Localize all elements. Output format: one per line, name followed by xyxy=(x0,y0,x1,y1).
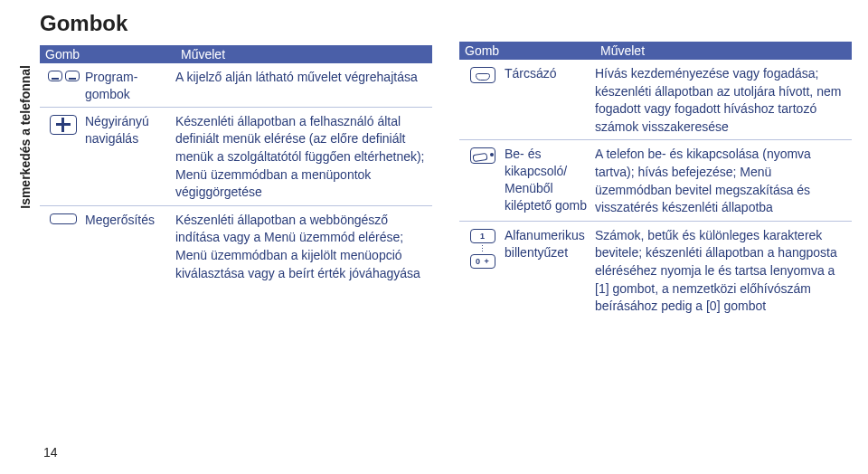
table-row: 1 ⋮ 0 + Alfanumerikus billentyűzet Számo… xyxy=(459,222,852,319)
table-row: Megerősítés Készenléti állapotban a webb… xyxy=(40,206,432,286)
ellipsis-icon: ⋮ xyxy=(478,246,488,251)
page-number: 14 xyxy=(43,445,58,460)
row-operation: Készenléti állapotban a webböngésző indí… xyxy=(175,212,430,282)
table-row: Tárcsázó Hívás kezdeményezése vagy fogad… xyxy=(459,60,852,140)
table-header-right: Gomb Művelet xyxy=(459,42,852,60)
row-operation: A kijelző alján látható művelet végrehaj… xyxy=(175,69,430,103)
num-key-1-icon: 1 xyxy=(470,229,495,243)
row-label: Négyirányú navigálás xyxy=(85,113,175,202)
row-operation: Készenléti állapotban a felhasználó álta… xyxy=(175,113,430,202)
row-label: Program-gombok xyxy=(85,69,175,103)
header-muvelet: Művelet xyxy=(600,43,846,58)
row-label: Be- és kikapcsoló/ Menüből kiléptető gom… xyxy=(505,146,595,216)
right-column: Gomb Művelet Tárcsázó Hívás kezdeményezé… xyxy=(459,11,852,319)
row-operation: A telefon be- és kikapcsolása (nyomva ta… xyxy=(595,146,850,216)
nav-key-icon xyxy=(50,115,77,135)
num-key-0-icon: 0 + xyxy=(470,254,495,269)
softkeys-icon xyxy=(48,71,80,81)
ok-key-icon xyxy=(50,213,77,224)
row-operation: Számok, betűk és különleges karakterek b… xyxy=(595,227,850,316)
header-gomb: Gomb xyxy=(465,43,600,58)
end-key-icon xyxy=(470,147,495,164)
header-gomb: Gomb xyxy=(45,47,181,62)
left-column: Gombok Gomb Művelet Program-gombok A kij… xyxy=(40,11,432,319)
side-section-label: Ismerkedés a telefonnal xyxy=(18,65,33,209)
section-title: Gombok xyxy=(40,11,432,36)
row-label: Megerősítés xyxy=(85,212,175,282)
table-row: Be- és kikapcsoló/ Menüből kiléptető gom… xyxy=(459,140,852,221)
dial-key-icon xyxy=(470,67,495,83)
row-label: Alfanumerikus billentyűzet xyxy=(505,227,595,316)
table-row: Program-gombok A kijelző alján látható m… xyxy=(40,63,432,108)
row-label: Tárcsázó xyxy=(505,65,595,136)
row-operation: Hívás kezdeményezése vagy fogadása; kész… xyxy=(595,65,850,136)
table-header-left: Gomb Művelet xyxy=(40,45,432,63)
header-muvelet: Művelet xyxy=(181,47,427,62)
table-row: Négyirányú navigálás Készenléti állapotb… xyxy=(40,108,432,206)
